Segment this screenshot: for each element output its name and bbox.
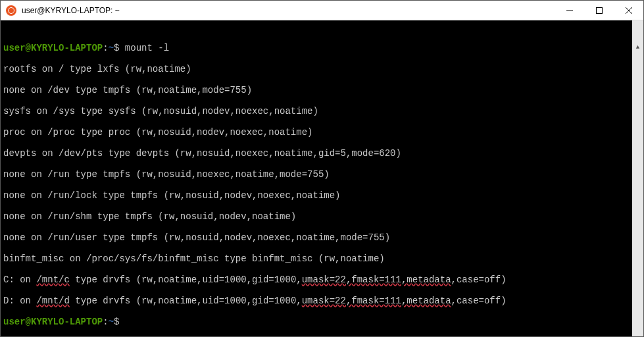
prompt-user-host: user@KYRYLO-LAPTOP [3,317,103,327]
output-line: none on /run type tmpfs (rw,nosuid,noexe… [3,169,641,180]
prompt-colon: : [103,43,108,53]
mount-opts: umask=22,fmask=111,metadata [302,274,451,285]
out-seg: ,case=off) [451,296,507,306]
output-line: proc on /proc type proc (rw,nosuid,nodev… [3,127,641,138]
prompt-path: ~ [109,43,114,53]
output-line: sysfs on /sys type sysfs (rw,nosuid,node… [3,106,641,117]
prompt-line-1: user@KYRYLO-LAPTOP:~$ mount -l [3,43,641,53]
output-line-d: D: on /mnt/d type drvfs (rw,noatime,uid=… [3,296,641,306]
prompt-dollar: $ [114,317,119,327]
out-seg: C: on [3,274,36,285]
maximize-button[interactable] [584,1,614,20]
output-line: devpts on /dev/pts type devpts (rw,nosui… [3,148,641,159]
output-line: none on /dev type tmpfs (rw,noatime,mode… [3,85,641,95]
terminal-area[interactable]: ▲ user@KYRYLO-LAPTOP:~$ mount -l rootfs … [1,20,643,336]
command-text: mount -l [119,43,169,53]
mnt-path: /mnt/d [36,296,69,306]
prompt-line-2: user@KYRYLO-LAPTOP:~$ [3,317,641,327]
prompt-user-host: user@KYRYLO-LAPTOP [3,43,103,53]
scrollbar[interactable]: ▲ [632,20,643,336]
scroll-up-icon[interactable]: ▲ [632,41,643,53]
minimize-button[interactable] [555,1,584,20]
output-line: none on /run/user type tmpfs (rw,nosuid,… [3,232,641,243]
window-title: user@KYRYLO-LAPTOP: ~ [22,6,555,15]
out-seg: D: on [3,296,36,306]
prompt-colon: : [103,317,108,327]
ubuntu-icon [6,5,16,16]
window-titlebar: user@KYRYLO-LAPTOP: ~ [1,1,643,20]
output-line: none on /run/lock type tmpfs (rw,nosuid,… [3,190,641,201]
output-line: rootfs on / type lxfs (rw,noatime) [3,64,641,74]
out-seg: ,case=off) [451,274,507,285]
output-line-c: C: on /mnt/c type drvfs (rw,noatime,uid=… [3,274,641,285]
mount-opts: umask=22,fmask=111,metadata [302,296,451,306]
svg-rect-1 [596,7,602,13]
output-line: none on /run/shm type tmpfs (rw,nosuid,n… [3,211,641,222]
prompt-path: ~ [109,317,114,327]
out-seg: type drvfs (rw,noatime,uid=1000,gid=1000… [70,296,302,306]
out-seg: type drvfs (rw,noatime,uid=1000,gid=1000… [70,274,302,285]
close-button[interactable] [614,1,643,20]
mnt-path: /mnt/c [36,274,69,285]
output-line: binfmt_misc on /proc/sys/fs/binfmt_misc … [3,253,641,264]
